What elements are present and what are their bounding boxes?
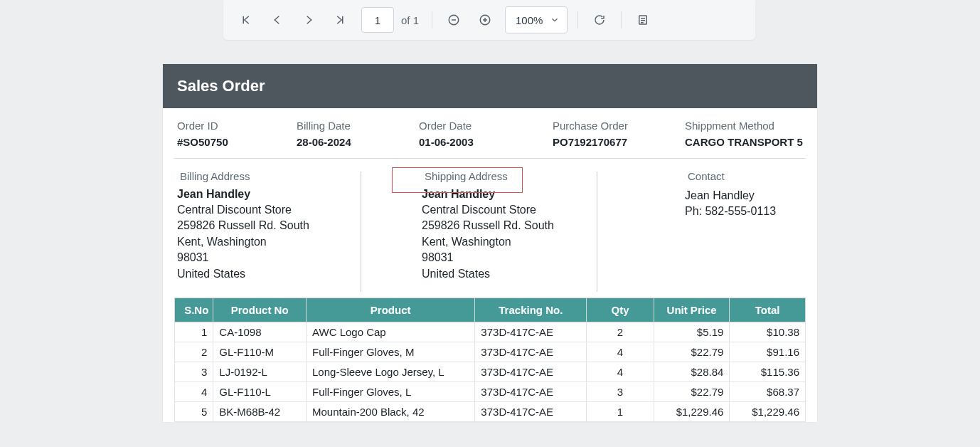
col-product: Product — [307, 298, 475, 322]
page-icon — [637, 14, 649, 26]
ship-method-label: Shippment Method — [685, 120, 803, 132]
first-page-icon — [240, 14, 252, 26]
cell-sno: 3 — [175, 362, 213, 382]
billing-address-title: Billing Address — [177, 170, 405, 182]
zoom-in-button[interactable] — [471, 6, 499, 34]
billing-address: Billing Address Jean Handley Central Dis… — [177, 170, 405, 282]
cell-productno: GL-F110-L — [213, 382, 307, 401]
billing-date-value: 28-06-2024 — [297, 136, 419, 148]
cell-sno: 5 — [175, 401, 213, 421]
next-page-button[interactable] — [294, 6, 323, 34]
cell-total: $1,229.46 — [730, 401, 806, 421]
cell-product: Mountain-200 Black, 42 — [307, 401, 475, 421]
minus-circle-icon — [447, 14, 460, 26]
contact-block: Contact Jean Handley Ph: 582-555-0113 — [646, 170, 803, 282]
cell-tracking: 373D-417C-AE — [475, 322, 587, 342]
contact-name: Jean Handley — [685, 188, 803, 204]
cell-product: AWC Logo Cap — [307, 322, 475, 342]
zoom-value: 100% — [516, 14, 543, 26]
col-unitprice: Unit Price — [654, 298, 730, 322]
cell-total: $68.37 — [730, 382, 806, 401]
order-date-label: Order Date — [419, 120, 553, 132]
cell-unitprice: $22.79 — [654, 342, 730, 362]
refresh-icon — [593, 14, 606, 26]
billing-store: Central Discount Store — [177, 202, 405, 218]
cell-product: Full-Finger Gloves, M — [307, 342, 475, 362]
zoom-select[interactable]: 100% — [505, 6, 568, 33]
contact-title: Contact — [685, 170, 803, 182]
shipping-street: 259826 Russell Rd. South — [422, 218, 646, 233]
cell-tracking: 373D-417C-AE — [475, 362, 587, 382]
purchase-order-label: Purchase Order — [553, 120, 685, 132]
table-row: 5BK-M68B-42Mountain-200 Black, 42373D-41… — [175, 401, 806, 421]
plus-circle-icon — [479, 14, 491, 26]
cell-sno: 1 — [175, 322, 213, 342]
items-table: S.No Product No Product Tracking No. Qty… — [174, 298, 806, 422]
cell-qty: 4 — [587, 342, 654, 362]
order-date-value: 01-06-2003 — [419, 136, 553, 148]
table-header-row: S.No Product No Product Tracking No. Qty… — [175, 298, 806, 322]
cell-unitprice: $22.79 — [654, 382, 730, 401]
shipping-store: Central Discount Store — [422, 202, 646, 218]
purchase-order-value: PO7192170677 — [553, 136, 685, 148]
billing-country: United States — [177, 266, 405, 282]
shipping-city: Kent, Washington — [422, 234, 646, 250]
cell-qty: 3 — [587, 382, 654, 401]
cell-productno: GL-F110-M — [213, 342, 307, 362]
billing-name: Jean Handley — [177, 188, 405, 201]
address-section: Billing Address Jean Handley Central Dis… — [163, 159, 817, 289]
cell-productno: BK-M68B-42 — [213, 401, 307, 421]
cell-productno: LJ-0192-L — [213, 362, 307, 382]
chevron-right-icon — [302, 14, 315, 26]
cell-unitprice: $5.19 — [654, 322, 730, 342]
toolbar-divider — [432, 11, 432, 28]
shipping-address-title: Shipping Address — [422, 170, 646, 182]
zoom-out-button[interactable] — [440, 6, 468, 34]
col-total: Total — [730, 298, 806, 322]
page-number-input[interactable] — [361, 7, 394, 33]
cell-tracking: 373D-417C-AE — [475, 342, 587, 362]
last-page-icon — [334, 14, 346, 26]
report-toolbar: of 1 100% — [223, 0, 755, 40]
prev-page-button[interactable] — [263, 6, 292, 34]
chevron-left-icon — [271, 14, 284, 26]
col-qty: Qty — [587, 298, 654, 322]
cell-qty: 1 — [587, 401, 654, 421]
cell-tracking: 373D-417C-AE — [475, 382, 587, 401]
table-row: 4GL-F110-LFull-Finger Gloves, L373D-417C… — [175, 382, 806, 401]
shipping-country: United States — [422, 266, 646, 282]
page-total-label: of 1 — [401, 14, 419, 26]
cell-qty: 4 — [587, 362, 654, 382]
billing-date-label: Billing Date — [297, 120, 419, 132]
col-sno: S.No — [175, 298, 213, 322]
table-row: 1CA-1098AWC Logo Cap373D-417C-AE2$5.19$1… — [175, 322, 806, 342]
shipping-zip: 98031 — [422, 250, 646, 265]
first-page-button[interactable] — [232, 6, 260, 34]
page-setup-button[interactable] — [629, 6, 657, 34]
cell-qty: 2 — [587, 322, 654, 342]
billing-zip: 98031 — [177, 250, 405, 265]
order-id-label: Order ID — [177, 120, 297, 132]
cell-total: $91.16 — [730, 342, 806, 362]
toolbar-divider — [621, 11, 622, 28]
chevron-down-icon — [550, 15, 560, 25]
col-productno: Product No — [213, 298, 307, 322]
cell-unitprice: $1,229.46 — [654, 401, 730, 421]
report-document: Sales Order Order ID #SO50750 Billing Da… — [163, 64, 817, 422]
report-title: Sales Order — [163, 64, 817, 108]
shipping-name: Jean Handley — [422, 188, 646, 201]
table-row: 2GL-F110-MFull-Finger Gloves, M373D-417C… — [175, 342, 806, 362]
cell-productno: CA-1098 — [213, 322, 307, 342]
contact-phone: Ph: 582-555-0113 — [685, 204, 803, 219]
toolbar-divider — [577, 11, 578, 28]
cell-tracking: 373D-417C-AE — [475, 401, 587, 421]
ship-method-value: CARGO TRANSPORT 5 — [685, 136, 803, 148]
refresh-button[interactable] — [585, 6, 614, 34]
billing-city: Kent, Washington — [177, 234, 405, 250]
cell-product: Long-Sleeve Logo Jersey, L — [307, 362, 475, 382]
cell-sno: 4 — [175, 382, 213, 401]
col-tracking: Tracking No. — [475, 298, 587, 322]
table-row: 3LJ-0192-LLong-Sleeve Logo Jersey, L373D… — [175, 362, 806, 382]
last-page-button[interactable] — [326, 6, 354, 34]
cell-product: Full-Finger Gloves, L — [307, 382, 475, 401]
